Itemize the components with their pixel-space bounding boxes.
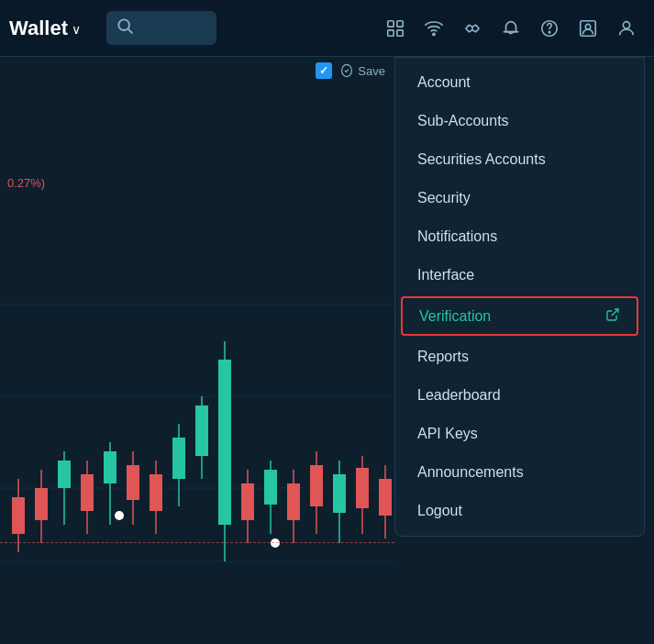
svg-rect-49 — [333, 474, 346, 513]
dropdown-item-announcements[interactable]: Announcements — [395, 453, 644, 492]
candlestick-chart — [0, 213, 394, 635]
svg-rect-19 — [12, 497, 25, 534]
svg-line-1 — [128, 29, 133, 34]
svg-rect-53 — [379, 479, 392, 516]
dropdown-label-securities-accounts: Securities Accounts — [417, 151, 546, 168]
svg-rect-36 — [195, 405, 208, 456]
bell-icon-button[interactable] — [493, 10, 529, 47]
wallet-label: Wallet — [9, 17, 68, 40]
dropdown-item-security[interactable]: Security — [395, 179, 644, 217]
save-button[interactable]: Save — [339, 63, 385, 78]
dropdown-item-logout[interactable]: Logout — [395, 492, 644, 530]
svg-rect-23 — [58, 461, 71, 488]
handshake-icon-button[interactable] — [454, 10, 491, 47]
dropdown-item-interface[interactable]: Interface — [395, 256, 644, 294]
svg-rect-5 — [397, 29, 403, 35]
dropdown-label-account: Account — [417, 74, 471, 91]
dropdown-label-announcements: Announcements — [417, 464, 524, 481]
user-box-icon-button[interactable] — [570, 10, 606, 47]
wallet-menu-button[interactable]: Wallet ∨ — [9, 17, 101, 40]
search-box[interactable] — [106, 11, 216, 45]
svg-rect-38 — [218, 360, 231, 525]
svg-rect-25 — [81, 474, 94, 511]
price-line — [0, 542, 394, 543]
svg-rect-47 — [310, 465, 323, 506]
dropdown-label-api-keys: API Keys — [417, 426, 478, 442]
dropdown-item-leaderboard[interactable]: Leaderboard — [395, 376, 644, 415]
dropdown-label-reports: Reports — [417, 349, 469, 365]
grid-icon-button[interactable] — [377, 10, 414, 47]
save-label: Save — [358, 64, 385, 78]
external-link-icon — [605, 307, 620, 325]
svg-line-54 — [612, 309, 618, 316]
svg-rect-42 — [264, 470, 277, 505]
chevron-down-icon: ∨ — [72, 22, 81, 37]
dropdown-label-notifications: Notifications — [417, 228, 497, 245]
svg-rect-32 — [150, 474, 162, 511]
svg-rect-3 — [397, 20, 403, 26]
svg-point-13 — [623, 21, 629, 28]
dropdown-item-verification[interactable]: Verification — [401, 296, 638, 336]
svg-rect-30 — [127, 465, 139, 500]
dropdown-label-interface: Interface — [417, 267, 474, 283]
dropdown-item-sub-accounts[interactable]: Sub-Accounts — [395, 102, 644, 140]
navbar: Wallet ∨ — [0, 0, 654, 57]
chart-area: Save 0.27%) — [0, 57, 394, 644]
dropdown-label-security: Security — [417, 190, 471, 206]
svg-rect-21 — [35, 488, 48, 520]
svg-point-6 — [433, 33, 435, 35]
svg-point-43 — [271, 539, 280, 548]
svg-rect-4 — [388, 29, 394, 35]
signal-icon-button[interactable] — [416, 10, 452, 47]
svg-point-0 — [118, 19, 129, 30]
dropdown-label-leaderboard: Leaderboard — [417, 387, 501, 404]
dropdown-item-securities-accounts[interactable]: Securities Accounts — [395, 140, 644, 179]
search-icon — [116, 17, 134, 39]
dropdown-item-api-keys[interactable]: API Keys — [395, 415, 644, 453]
svg-rect-2 — [388, 20, 394, 26]
svg-rect-45 — [287, 483, 300, 520]
svg-rect-51 — [356, 468, 369, 508]
dropdown-label-logout: Logout — [417, 503, 462, 519]
dropdown-menu: AccountSub-AccountsSecurities AccountsSe… — [394, 57, 645, 537]
svg-point-10 — [549, 31, 549, 32]
dropdown-item-notifications[interactable]: Notifications — [395, 217, 644, 256]
dropdown-item-reports[interactable]: Reports — [395, 338, 644, 376]
chart-toolbar: Save — [0, 57, 394, 84]
svg-rect-34 — [172, 438, 185, 479]
percent-label: 0.27%) — [7, 176, 45, 190]
dropdown-label-verification: Verification — [419, 308, 491, 325]
dropdown-item-account[interactable]: Account — [395, 63, 644, 102]
help-icon-button[interactable] — [531, 10, 568, 47]
svg-point-28 — [115, 511, 124, 520]
svg-rect-27 — [104, 451, 116, 483]
person-icon-button[interactable] — [608, 10, 645, 47]
svg-rect-40 — [241, 483, 254, 520]
nav-icons — [377, 10, 645, 47]
dropdown-label-sub-accounts: Sub-Accounts — [417, 113, 509, 129]
chart-checkbox[interactable] — [316, 62, 332, 79]
